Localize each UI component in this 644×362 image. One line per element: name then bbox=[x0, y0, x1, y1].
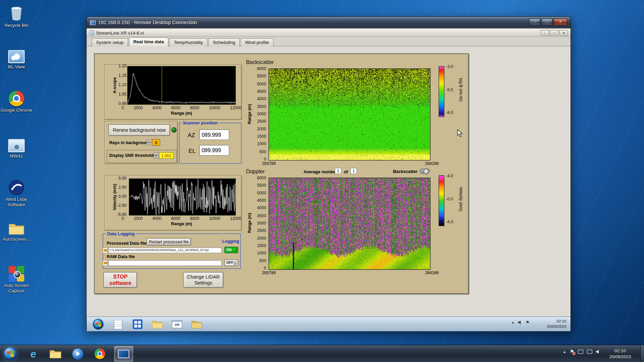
desktop-icon-label: Recycle Bin bbox=[0, 22, 33, 28]
display-monitor-icon[interactable] bbox=[587, 350, 592, 354]
renew-background-button[interactable]: Renew background now bbox=[108, 124, 170, 136]
average-number-field[interactable]: 1 bbox=[335, 168, 341, 174]
tick-label: 8000 bbox=[190, 106, 199, 110]
doppler-colorbar-label: Velocity (m/s) bbox=[459, 187, 463, 211]
desktop-icon-label: Auto Screen Capture bbox=[0, 283, 33, 294]
rdp-app-icon bbox=[118, 350, 129, 358]
speaker-icon[interactable] bbox=[596, 350, 600, 354]
raw-path-browse-button[interactable] bbox=[103, 260, 108, 266]
vi-close-button[interactable]: ✕ bbox=[559, 30, 568, 36]
of-label: of bbox=[344, 169, 348, 174]
remote-notepad-icon[interactable] bbox=[110, 318, 125, 330]
tick-label: -5.5 bbox=[446, 88, 453, 92]
desktop-icon-google-chrome[interactable]: Google Chrome bbox=[0, 87, 33, 113]
tab-real-time-data[interactable]: Real time data bbox=[129, 37, 168, 46]
tick-label: 6000 bbox=[257, 176, 266, 180]
rdp-maximize-button[interactable]: □ bbox=[541, 18, 552, 25]
vi-maximize-button[interactable]: □ bbox=[550, 30, 559, 36]
action-center-flag-icon[interactable]: ⚑ bbox=[570, 349, 574, 354]
scanner-group-title: Scanner position bbox=[181, 120, 219, 125]
tab-wind-profile[interactable]: Wind profile bbox=[240, 38, 273, 46]
az-value-field[interactable]: 089.999 bbox=[199, 129, 229, 140]
spinner-down-icon[interactable]: ▼ bbox=[147, 142, 151, 146]
desktop-icon-label: BL-View bbox=[0, 64, 33, 70]
tick-label: 3000 bbox=[257, 221, 266, 225]
raw-path-field[interactable] bbox=[108, 260, 222, 266]
taskbar-chrome-icon[interactable] bbox=[90, 346, 109, 362]
change-lidar-settings-button[interactable]: Change LiDAR Settings bbox=[183, 272, 223, 288]
start-button[interactable] bbox=[3, 347, 17, 361]
processed-logging-toggle[interactable]: ON bbox=[224, 247, 238, 253]
real-time-data-panel: A-scope 1.201.151.101.050.99 02000400060… bbox=[94, 53, 469, 294]
desktop-icon-bl-view[interactable]: BL-View bbox=[0, 44, 33, 70]
velocity-y-ticks: 5.002.500.00-2.50-5.00 bbox=[113, 177, 127, 217]
snr-spinner[interactable]: ▲ ▼ bbox=[154, 152, 158, 159]
tick-label: 0.00 bbox=[118, 194, 126, 198]
taskbar-media-player-icon[interactable] bbox=[68, 346, 87, 362]
xr-app-label: XR bbox=[172, 320, 182, 328]
rays-value-field[interactable]: 8 bbox=[152, 139, 160, 146]
remote-clock[interactable]: 02:10 20/09/2023 bbox=[547, 318, 566, 329]
folder-icon bbox=[104, 262, 107, 264]
tick-label: 5.00 bbox=[118, 177, 126, 181]
tick-label: 6000 bbox=[257, 67, 266, 71]
desktop-icon-recycle-bin[interactable]: Recycle Bin bbox=[0, 2, 33, 28]
desktop-icon-mw41[interactable]: MW41 bbox=[0, 133, 33, 159]
remote-start-button[interactable] bbox=[91, 318, 106, 330]
tray-up-arrow-icon[interactable]: ▲ bbox=[563, 350, 566, 354]
stop-software-button[interactable]: STOP software bbox=[104, 272, 137, 288]
desktop-icon-auto-screen-capture[interactable]: Auto Screen Capture bbox=[0, 263, 33, 294]
vi-title-bar[interactable]: StreamLine XR v14-6.vi – □ ✕ bbox=[87, 29, 570, 37]
vi-minimize-button[interactable]: – bbox=[540, 30, 549, 36]
spinner-down-icon[interactable]: ▼ bbox=[154, 156, 158, 159]
rdp-window-title: 192.168.0.150 - Remote Desktop Connectio… bbox=[98, 20, 197, 25]
network-monitor-icon[interactable] bbox=[578, 350, 583, 354]
ascope-plot-canvas bbox=[127, 66, 236, 105]
remote-time: 02:10 bbox=[547, 318, 566, 324]
processed-path-field[interactable]: C:\Lidar\Data\Proc\2023\202309\20230920\… bbox=[108, 247, 222, 253]
doppler-section-title: Doppler bbox=[246, 168, 265, 174]
remote-app-grid-icon[interactable] bbox=[130, 318, 145, 330]
speaker-icon[interactable] bbox=[518, 320, 522, 324]
processed-path-browse-button[interactable] bbox=[103, 247, 108, 253]
backscatter-y-axis-label: Range (m) bbox=[247, 104, 252, 124]
spinner-up-icon[interactable]: ▲ bbox=[147, 139, 151, 142]
rdp-title-bar[interactable]: 192.168.0.150 - Remote Desktop Connectio… bbox=[87, 17, 570, 28]
rays-spinner[interactable]: ▲ ▼ bbox=[147, 139, 151, 146]
doppler-heatmap-canvas bbox=[269, 178, 430, 269]
backscatter-heatmap-canvas bbox=[269, 68, 430, 160]
taskbar-ie-icon[interactable]: e bbox=[24, 346, 43, 362]
restart-processed-file-button[interactable]: Restart processed file bbox=[147, 238, 191, 245]
el-value-field[interactable]: 089.999 bbox=[199, 145, 229, 156]
snr-value-field[interactable]: 1.002 bbox=[159, 152, 174, 159]
media-player-icon bbox=[72, 348, 83, 359]
taskbar-explorer-icon[interactable] bbox=[46, 346, 65, 362]
tick-label: 4000 bbox=[257, 97, 266, 101]
spinner-up-icon[interactable]: ▲ bbox=[154, 152, 158, 156]
windows-logo-icon bbox=[96, 322, 101, 327]
rdp-minimize-button[interactable]: – bbox=[529, 18, 540, 25]
tray-up-arrow-icon[interactable]: ▲ bbox=[512, 320, 515, 324]
taskbar-rdp-active-icon[interactable] bbox=[114, 346, 133, 362]
minimize-icon: – bbox=[544, 31, 546, 35]
raw-data-file-label: RAW Data file bbox=[107, 254, 135, 259]
desktop-icon-wind-lidar[interactable]: Wind Lidar Software bbox=[0, 177, 33, 207]
taskbar-clock[interactable]: 02:10 20/09/2023 bbox=[601, 348, 639, 360]
remote-xr-app-icon[interactable]: XR bbox=[170, 318, 184, 330]
rdp-window-icon bbox=[90, 20, 96, 25]
tab-scheduling[interactable]: Scheduling bbox=[208, 38, 240, 46]
backscatter-toggle[interactable] bbox=[420, 169, 429, 174]
tab-temp-humidity[interactable]: Temp/humidity bbox=[169, 38, 208, 46]
tab-system-setup[interactable]: System setup bbox=[92, 38, 128, 46]
remote-explorer-icon[interactable] bbox=[189, 318, 204, 330]
rdp-close-button[interactable]: ✕ bbox=[554, 18, 567, 25]
raw-logging-toggle[interactable]: OFF bbox=[224, 259, 238, 266]
tick-label: 4000 bbox=[152, 216, 161, 221]
tick-label: 1.15 bbox=[118, 73, 126, 77]
flag-icon[interactable]: ⚑ bbox=[526, 320, 529, 324]
renew-led-indicator bbox=[171, 127, 177, 133]
remote-folder-icon[interactable] bbox=[150, 318, 165, 330]
desktop-icon-autoscreen[interactable]: AutoScreen... bbox=[0, 216, 33, 242]
show-desktop-button[interactable] bbox=[640, 345, 644, 362]
average-of-field[interactable]: 1 bbox=[350, 168, 357, 174]
